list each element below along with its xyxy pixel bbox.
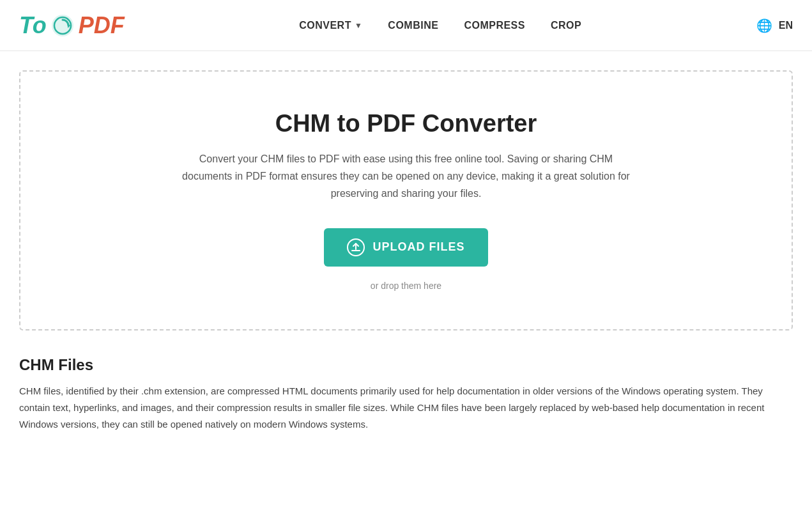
language-icon[interactable]: 🌐 — [756, 18, 772, 33]
nav-item-combine[interactable]: COMBINE — [388, 20, 438, 31]
language-label[interactable]: EN — [779, 20, 793, 31]
upload-icon — [347, 238, 365, 256]
main-nav: CONVERT ▼ COMBINE COMPRESS CROP — [299, 20, 581, 31]
header-right: 🌐 EN — [756, 18, 793, 33]
logo[interactable]: To PDF — [19, 12, 125, 39]
info-section: CHM Files CHM files, identified by their… — [19, 356, 793, 433]
upload-button[interactable]: UPLOAD FILES — [324, 228, 487, 267]
page-title: CHM to PDF Converter — [40, 110, 772, 137]
nav-item-compress[interactable]: COMPRESS — [464, 20, 525, 31]
page-description: Convert your CHM files to PDF with ease … — [176, 150, 636, 203]
drop-hint: or drop them here — [40, 281, 772, 291]
upload-arrow-icon — [351, 243, 360, 252]
logo-to: To — [19, 12, 47, 39]
nav-item-crop[interactable]: CROP — [551, 20, 581, 31]
logo-pdf: PDF — [79, 12, 125, 39]
info-section-title: CHM Files — [19, 356, 793, 374]
convert-dropdown-arrow: ▼ — [355, 21, 362, 30]
drop-zone[interactable]: CHM to PDF Converter Convert your CHM fi… — [19, 70, 793, 330]
nav-item-convert[interactable]: CONVERT ▼ — [299, 20, 362, 31]
upload-button-label: UPLOAD FILES — [372, 240, 464, 254]
info-section-body: CHM files, identified by their .chm exte… — [19, 383, 786, 433]
logo-icon — [50, 13, 75, 38]
